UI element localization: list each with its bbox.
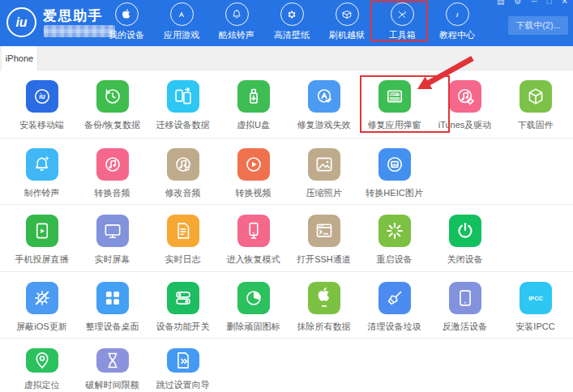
tool-label: 屏蔽iOS更新	[16, 321, 66, 333]
tool-convert-audio[interactable]: 转换音频	[77, 148, 148, 204]
nav-item-my-devices[interactable]: 我的设备	[99, 2, 154, 41]
toolbox-grid: iu安装移动端备份/恢复数据迁移设备数据虚拟U盘修复游戏失效Apple ID修复…	[0, 70, 573, 392]
tool-edit-audio[interactable]: 修改音频	[148, 148, 218, 204]
tool-label: 修改音频	[165, 187, 201, 199]
live-screen-icon	[96, 215, 129, 247]
tool-fix-game-invalid[interactable]: 修复游戏失效	[289, 80, 359, 138]
tool-skip-setup-wizard[interactable]: 跳过设置向导	[148, 348, 218, 391]
tool-itunes-drivers[interactable]: iTunes及驱动	[430, 80, 500, 138]
tool-label: 修复游戏失效	[297, 119, 351, 131]
toolbox-row-1: iu安装移动端备份/恢复数据迁移设备数据虚拟U盘修复游戏失效Apple ID修复…	[0, 70, 573, 138]
tool-clean-junk[interactable]: 清理设备垃圾	[359, 282, 430, 338]
nav-item-label: 高清壁纸	[274, 29, 310, 41]
restart-icon	[378, 215, 411, 247]
tool-label: 反激活设备	[443, 321, 487, 333]
appstore-icon	[170, 2, 194, 26]
maximize-icon[interactable]: □	[547, 0, 552, 6]
tool-compress-photos[interactable]: 压缩照片	[289, 148, 359, 204]
tool-make-ringtone[interactable]: 制作铃声	[6, 148, 77, 204]
backup-restore-icon	[96, 80, 129, 113]
desktop-grid-icon	[96, 282, 129, 314]
tool-live-screen[interactable]: 实时屏幕	[77, 215, 148, 271]
nav-item-label: 我的设备	[109, 29, 144, 41]
tool-backup-restore[interactable]: 备份/恢复数据	[77, 80, 148, 138]
nav-item-label: 工具箱	[389, 29, 416, 41]
tool-crack-time-limit[interactable]: 破解时间限额	[77, 348, 148, 391]
svg-text:SSH: SSH	[319, 224, 323, 228]
tool-label: 跳过设置向导	[156, 379, 210, 391]
tool-label: 转换HEIC图片	[366, 187, 422, 199]
tab-iphone[interactable]: iPhone	[2, 46, 38, 70]
tool-convert-heic[interactable]: 转换HEIC图片	[359, 148, 430, 204]
tool-label: 下载固件	[518, 119, 554, 131]
tool-label: 修复应用弹窗	[368, 119, 421, 131]
flower-icon	[280, 2, 304, 26]
tool-device-switches[interactable]: 设备功能开关	[148, 282, 218, 338]
tool-virtual-usb[interactable]: 虚拟U盘	[218, 80, 289, 138]
downloading-button[interactable]: 下载中(2)...	[508, 16, 568, 35]
tool-label: 清理设备垃圾	[368, 321, 421, 333]
tool-label: 压缩照片	[306, 187, 342, 199]
usb-drive-icon	[237, 80, 270, 113]
nav-item-label: 酷炫铃声	[219, 29, 254, 41]
tool-label: 安装移动端	[19, 119, 64, 131]
tool-label: 虚拟U盘	[237, 119, 270, 131]
tool-label: 安装IPCC	[515, 321, 554, 333]
nav-item-cool-ringtones[interactable]: 酷炫铃声	[209, 2, 264, 41]
block-update-icon	[26, 282, 58, 314]
tool-block-ios-update[interactable]: 屏蔽iOS更新	[6, 282, 77, 338]
tool-enter-recovery-mode[interactable]: 进入恢复模式	[218, 215, 289, 271]
deactivate-tablet-icon	[449, 282, 481, 314]
tool-restart-device[interactable]: 重启设备	[359, 215, 430, 271]
topbar-nav: 我的设备应用游戏酷炫铃声高清壁纸刷机越狱工具箱i教程中心	[99, 2, 485, 41]
tool-deactivate-device[interactable]: 反激活设备	[430, 282, 500, 338]
tool-migrate-device-data[interactable]: 迁移设备数据	[148, 80, 218, 138]
brand-title: 爱思助手	[43, 6, 103, 25]
tool-label: 迁移设备数据	[156, 119, 210, 131]
minimize-icon[interactable]: ─	[531, 0, 537, 6]
tool-download-firmware[interactable]: 下载固件	[500, 80, 571, 138]
i4-logo-icon: iu	[6, 7, 36, 37]
nav-item-hd-wallpapers[interactable]: 高清壁纸	[264, 2, 319, 41]
nav-item-label: 教程中心	[439, 29, 475, 41]
apple-icon	[115, 2, 139, 26]
tool-open-ssh[interactable]: SSH打开SSH通道	[289, 215, 359, 271]
recovery-mode-icon	[237, 215, 270, 247]
nav-item-app-games[interactable]: 应用游戏	[154, 2, 209, 41]
tool-convert-video[interactable]: 转换视频	[218, 148, 289, 204]
tool-fix-app-popup[interactable]: Apple ID修复应用弹窗	[359, 80, 430, 138]
firmware-cube-icon	[520, 80, 552, 113]
tool-label: iTunes及驱动	[438, 119, 492, 131]
audio-edit-icon	[167, 148, 199, 181]
tool-live-log[interactable]: 实时日志	[148, 215, 218, 271]
settings-icon[interactable]: ⚙	[515, 0, 522, 6]
tool-shutdown-device[interactable]: 关闭设备	[430, 215, 500, 271]
toolbox-row-2: 制作铃声转换音频修改音频转换视频压缩照片转换HEIC图片	[0, 138, 573, 205]
tool-label: 实时屏幕	[95, 254, 130, 266]
photo-compress-icon	[308, 148, 340, 181]
tool-install-ipcc[interactable]: IPCC安装IPCC	[500, 282, 571, 338]
tool-label: 手机投屏直播	[15, 254, 69, 266]
close-icon[interactable]: ✕	[562, 0, 568, 6]
tool-install-mobile-client[interactable]: iu安装移动端	[6, 80, 77, 138]
nav-item-tutorial-center[interactable]: i教程中心	[430, 2, 485, 41]
tool-label: 重启设备	[377, 254, 413, 266]
tool-label: 进入恢复模式	[227, 254, 280, 266]
migrate-devices-icon	[167, 80, 199, 113]
video-convert-icon	[237, 148, 270, 181]
svg-text:i: i	[456, 11, 459, 18]
tool-delete-stubborn-icons[interactable]: 删除顽固图标	[218, 282, 289, 338]
screen-mirror-icon	[26, 215, 58, 247]
tab-strip: iPhone	[0, 46, 573, 70]
nav-item-toolbox[interactable]: 工具箱	[374, 2, 430, 41]
tool-label: 整理设备桌面	[86, 321, 139, 333]
tool-organize-desktop[interactable]: 整理设备桌面	[77, 282, 148, 338]
skin-icon[interactable]: ▤	[497, 0, 504, 6]
toggles-icon	[167, 282, 199, 314]
ssh-terminal-icon: SSH	[308, 215, 340, 247]
tool-virtual-location[interactable]: 虚拟定位	[6, 348, 77, 391]
tool-erase-all-data[interactable]: 抹除所有数据	[289, 282, 359, 338]
tool-label: 设备功能开关	[156, 321, 210, 333]
nav-item-flash-jailbreak[interactable]: 刷机越狱	[319, 2, 374, 41]
tool-screen-mirror-live[interactable]: 手机投屏直播	[6, 215, 77, 271]
